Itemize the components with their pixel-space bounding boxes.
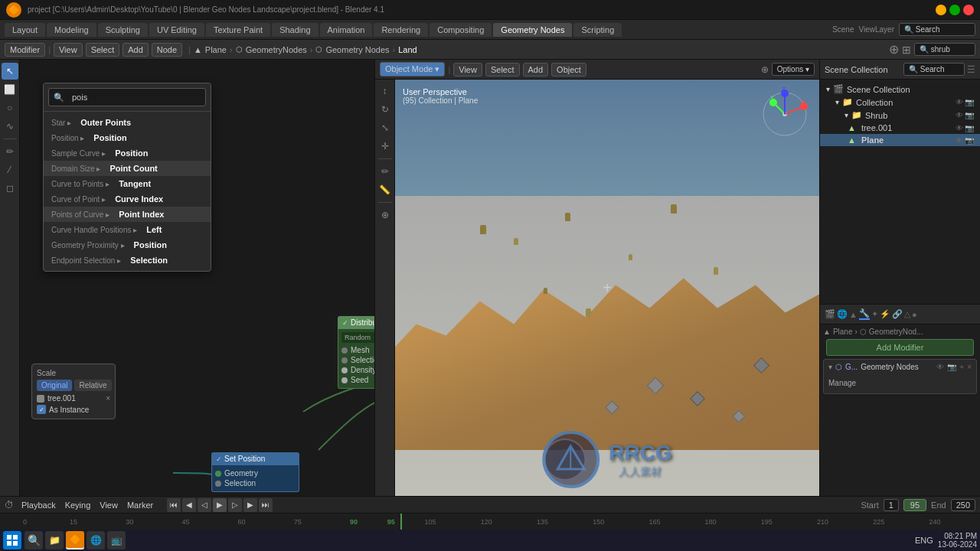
global-search[interactable]: 🔍 Search: [899, 23, 975, 36]
result-curve-to-points[interactable]: Curve to Points ▸ Tangent: [44, 176, 211, 191]
view-menu-btn[interactable]: View: [453, 63, 482, 77]
timeline-icon[interactable]: ⏱: [5, 500, 14, 510]
viewport-overlay-btn[interactable]: Options ▾: [772, 63, 815, 76]
maximize-btn[interactable]: [949, 5, 960, 15]
result-curve-of-point[interactable]: Curve of Point ▸ Curve Index: [44, 191, 211, 207]
add-menu-btn[interactable]: Add: [523, 63, 549, 77]
result-geometry-proximity[interactable]: Geometry Proximity ▸ Position: [44, 237, 211, 253]
node-search[interactable]: 🔍 shrub: [914, 43, 975, 56]
modifier-dropdown[interactable]: Modifier: [5, 43, 45, 57]
original-btn[interactable]: Original: [37, 380, 72, 391]
shrub-eye-icon[interactable]: 👁: [956, 111, 963, 119]
relative-btn[interactable]: Relative: [74, 380, 111, 391]
viewport-options-icon[interactable]: ⊕: [761, 64, 769, 75]
plane-eye-icon[interactable]: 👁: [956, 136, 963, 145]
taskbar-files[interactable]: 📁: [45, 531, 64, 549]
current-frame-display[interactable]: 95: [903, 499, 926, 511]
select-tool-icon[interactable]: ↖: [2, 63, 18, 80]
move-icon[interactable]: ↕: [377, 83, 394, 99]
rotate-icon[interactable]: ↻: [377, 101, 394, 118]
select-menu-btn[interactable]: Select: [485, 63, 520, 77]
add-menu[interactable]: Add: [122, 43, 149, 57]
modifier-remove-icon[interactable]: ×: [967, 363, 972, 371]
snap-icon[interactable]: ⊕: [889, 42, 899, 57]
node-canvas[interactable]: 🔍 Star ▸ Outer Points Position ▸: [20, 60, 374, 496]
tab-texture-paint[interactable]: Texture Paint: [206, 23, 270, 37]
node-menu[interactable]: Node: [152, 43, 182, 57]
node-search-input[interactable]: [67, 90, 201, 104]
timeline-ruler[interactable]: 0 15 30 45 60 75 90 95 105 120 135 150 1…: [0, 514, 980, 530]
distribute-node[interactable]: ✓ Distribute Random ▾ Mesh: [338, 316, 374, 389]
view-menu[interactable]: View: [54, 43, 83, 57]
tab-compositing[interactable]: Compositing: [430, 23, 492, 37]
as-instance-checkbox[interactable]: ✓: [37, 405, 46, 414]
tab-layout[interactable]: Layout: [5, 23, 45, 37]
close-btn[interactable]: [963, 5, 974, 15]
tab-animation[interactable]: Animation: [320, 23, 373, 37]
set-position-node[interactable]: ✓ Set Position Geometry Selection: [211, 452, 299, 492]
box-select-icon[interactable]: ⬜: [2, 81, 18, 98]
next-keyframe-btn[interactable]: ▷: [228, 498, 242, 512]
prop-scene-icon[interactable]: 🎬: [825, 309, 835, 319]
shrub-render-icon[interactable]: 📷: [965, 111, 974, 119]
view-btn-timeline[interactable]: View: [96, 500, 121, 510]
circle-select-icon[interactable]: ○: [2, 99, 18, 116]
tab-rendering[interactable]: Rendering: [374, 23, 428, 37]
result-position-1[interactable]: Position ▸ Position: [44, 130, 211, 145]
result-curve-handle-positions[interactable]: Curve Handle Positions ▸ Left: [44, 222, 211, 237]
collection-render-icon[interactable]: 📷: [965, 98, 974, 106]
add-modifier-btn[interactable]: Add Modifier: [826, 339, 974, 356]
tree-collection[interactable]: ▾ 📁 Collection 👁 📷: [829, 96, 980, 109]
prop-world-icon[interactable]: 🌐: [837, 309, 848, 319]
play-btn[interactable]: ▶: [213, 498, 227, 512]
tab-scripting[interactable]: Scripting: [573, 23, 622, 37]
next-frame-btn[interactable]: ▶: [243, 498, 257, 512]
collection-eye-icon[interactable]: 👁: [956, 98, 963, 106]
viewport-3d[interactable]: Object Mode ▾ | View Select Add Object ⊕…: [375, 60, 819, 496]
prev-keyframe-btn[interactable]: ◁: [198, 498, 211, 512]
object-mode-btn[interactable]: Object Mode ▾: [380, 62, 445, 77]
end-frame-input[interactable]: 250: [951, 499, 975, 511]
result-outer-points[interactable]: Star ▸ Outer Points: [44, 115, 211, 130]
jump-end-btn[interactable]: ⏭: [259, 498, 273, 512]
measure-icon[interactable]: 📏: [377, 181, 394, 198]
scale-icon[interactable]: ⤡: [377, 119, 394, 136]
marker-btn[interactable]: Marker: [124, 500, 156, 510]
overlay-icon[interactable]: ⊞: [902, 44, 911, 56]
plane-render-icon[interactable]: 📷: [965, 136, 974, 145]
playback-btn[interactable]: Playback: [18, 500, 59, 510]
tree-shrub[interactable]: ▾ 📁 Shrub 👁 📷: [838, 109, 980, 122]
tree-tree001[interactable]: ▲ tree.001 👁 📷: [820, 122, 980, 134]
modifier-header[interactable]: ▾ ⬡ G... Geometry Nodes 👁 📷 + ×: [824, 360, 976, 374]
tree001-eye-icon[interactable]: 👁: [956, 124, 963, 132]
taskbar-app2[interactable]: 📺: [107, 531, 126, 549]
result-endpoint-selection[interactable]: Endpoint Selection ▸ Selection: [44, 253, 211, 268]
modifier-vis-icon[interactable]: 👁: [936, 363, 944, 371]
prop-modifier-icon[interactable]: 🔧: [859, 308, 870, 320]
start-btn[interactable]: [3, 531, 21, 549]
annotate-line-icon[interactable]: ∕: [2, 161, 18, 178]
tree-scene-collection[interactable]: ▾ 🎬 Scene Collection: [820, 83, 980, 96]
tab-uv-editing[interactable]: UV Editing: [149, 23, 204, 37]
tab-geometry-nodes[interactable]: Geometry Nodes: [493, 23, 572, 37]
window-controls[interactable]: [936, 5, 974, 15]
filter-icon[interactable]: ☰: [967, 64, 975, 75]
jump-start-btn[interactable]: ⏮: [167, 498, 181, 512]
tree-plane[interactable]: ▲ Plane 👁 📷: [820, 134, 980, 146]
annotate-vp-icon[interactable]: ✏: [377, 163, 394, 180]
tree001-render-icon[interactable]: 📷: [965, 124, 974, 132]
tab-sculpting[interactable]: Sculpting: [98, 23, 148, 37]
minimize-btn[interactable]: [936, 5, 946, 15]
prop-object-icon[interactable]: ▲: [849, 310, 858, 319]
tab-modeling[interactable]: Modeling: [47, 23, 96, 37]
distribute-random-dropdown[interactable]: Random ▾: [341, 332, 374, 343]
prop-physics-icon[interactable]: ⚡: [880, 309, 890, 319]
lasso-select-icon[interactable]: ∿: [2, 118, 18, 135]
taskbar-search[interactable]: 🔍: [24, 531, 43, 549]
object-menu-btn[interactable]: Object: [551, 63, 586, 77]
modifier-add-icon[interactable]: +: [959, 363, 964, 371]
remove-tree-btn[interactable]: ×: [106, 394, 110, 403]
annotate-icon[interactable]: ✏: [2, 143, 18, 160]
result-domain-size[interactable]: Domain Size ▸ Point Count: [44, 161, 211, 176]
taskbar-blender[interactable]: 🔶: [66, 531, 84, 549]
